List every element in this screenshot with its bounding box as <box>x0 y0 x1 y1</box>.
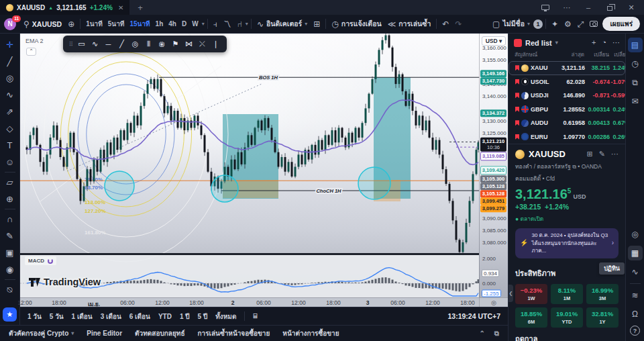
add-symbol-icon[interactable]: + <box>592 38 596 47</box>
undo-button[interactable]: ↶ <box>439 18 451 30</box>
flag-icon[interactable] <box>515 93 519 98</box>
fullscreen-button[interactable]: ⤢ <box>575 18 587 30</box>
chart-tab[interactable]: XAUUSD ▲ 3,121.165 +1.24% ✕ <box>0 0 129 15</box>
watchlist-row-USOIL[interactable]: USOIL62.028-0.674-1.07% <box>508 75 625 89</box>
watchlist-column-header[interactable]: เปลี่ยน <box>584 50 609 59</box>
footer-tab-1[interactable]: Pine Editor <box>87 330 122 337</box>
watchlist-header[interactable]: Red list ▾ + ◔ ⋯ <box>508 34 625 50</box>
watchlist-row-AUDU[interactable]: AUDU0.619580.004130.67% <box>508 116 625 130</box>
price-axis[interactable]: USD ▾ 3,160.0003,155.0003,145.0003,140.0… <box>479 34 508 297</box>
panel-collapse-handle[interactable]: ❮ <box>508 285 513 302</box>
tab-close-icon[interactable]: ✕ <box>118 4 123 11</box>
pattern-a-tool-icon[interactable]: ⋈ <box>182 40 195 48</box>
range-YTD[interactable]: YTD <box>158 313 172 320</box>
help-icon[interactable]: ? <box>630 326 640 336</box>
new-tab-button[interactable]: + <box>129 3 151 13</box>
forecast-tool-icon[interactable]: ⇗ <box>2 103 18 120</box>
settings-gear-button[interactable]: ⚙ <box>561 18 574 30</box>
timeframe-chevron-icon[interactable]: ▾ <box>202 21 205 27</box>
zoom-tool-icon[interactable]: ⊕ <box>2 191 18 207</box>
layout-button[interactable]: ▢ ไม่มีชื่อ ▾ <box>490 17 533 31</box>
grid-view-icon[interactable]: ⊞ <box>587 150 593 158</box>
wave-pattern-tool-icon[interactable]: ∿ <box>2 87 18 103</box>
pattern-b-tool-icon[interactable]: ⤬ <box>196 40 209 48</box>
watchlist-row-XAUU[interactable]: XAUU3,121.1638.2151.24% <box>508 61 625 75</box>
close-button[interactable]: ✕ <box>621 0 641 15</box>
chart-style-chevron-icon[interactable]: ▾ <box>246 21 248 27</box>
drag-handle-icon[interactable]: ⠿ <box>68 41 74 48</box>
external-link-icon[interactable]: ⧉ <box>572 164 576 170</box>
main-chart[interactable]: 78.60%88.70%113.00%127.20%161.80%BOS 1HC… <box>20 34 479 297</box>
fib-circles-tool-icon[interactable]: ◎ <box>2 70 18 87</box>
perf-tile-1W[interactable]: −0.23%1W <box>515 284 547 304</box>
flag-icon[interactable] <box>515 65 519 70</box>
indicators-button[interactable]: ∿ อินดิเคเตอร์ ▾ <box>254 17 310 31</box>
watchlist-menu-icon[interactable]: ⋯ <box>612 38 620 47</box>
flag-marker-tool-icon[interactable]: ⚑ <box>169 40 182 48</box>
watchlist-refresh-icon[interactable]: ◔ <box>602 38 606 47</box>
minimize-button[interactable]: – <box>578 0 598 15</box>
footer-tab-0[interactable]: ตัวคัดกรองคู่ Crypto▾ <box>9 328 74 338</box>
watchlist-row-GBPU[interactable]: GBPU1.285520.003140.24% <box>508 103 625 117</box>
compare-symbol-button[interactable]: ⊕ <box>65 18 77 30</box>
quick-search-button[interactable]: ✦ <box>549 18 561 30</box>
delete-drawings-trash-icon[interactable]: ⍉ <box>2 281 18 298</box>
macd-pane-label[interactable]: MACD <box>25 256 56 265</box>
symbol-menu-icon[interactable]: ⋯ <box>611 150 619 158</box>
replay-button[interactable]: ≪ การเล่นซ้ำ <box>385 17 434 31</box>
watchlist-row-USDJI[interactable]: USDJI146.890-0.871-0.59% <box>508 89 625 103</box>
chart-style-line-button[interactable]: 〽 <box>221 18 234 30</box>
watchlist-column-header[interactable]: เปลี่ยน <box>609 50 625 59</box>
perf-tile-1M[interactable]: 8.11%1M <box>551 284 583 304</box>
timeframe-4h[interactable]: 4h <box>166 19 179 29</box>
timeframe-1h[interactable]: 1h <box>153 19 166 29</box>
chat-icon[interactable]: ✉ <box>628 94 643 109</box>
crosshair-tool-icon[interactable]: ✛ <box>2 36 18 53</box>
timeframe-D[interactable]: D <box>179 19 189 29</box>
flag-icon[interactable] <box>515 120 519 126</box>
timeframe-W[interactable]: W <box>189 19 201 29</box>
range-5ปี[interactable]: 5 ปี <box>198 311 208 322</box>
publish-button[interactable]: เผยแพร่ <box>602 17 640 31</box>
vertical-line-tool-icon[interactable]: ❘ <box>209 40 222 48</box>
calendar-icon[interactable]: ▦ <box>628 246 643 260</box>
chart-style-bars-button[interactable]: ⑁ <box>235 18 245 30</box>
lock-tool-icon[interactable]: ▣ <box>2 244 18 261</box>
collapse-indicator-button[interactable]: ⌃ <box>26 48 36 56</box>
watchlist-column-header[interactable]: ล่าสุด <box>555 50 584 59</box>
alerts-button[interactable]: ◷ การแจ้งเตือน <box>329 17 384 31</box>
restore-button[interactable] <box>600 0 620 15</box>
perf-tile-1Y[interactable]: 32.81%1Y <box>586 307 619 328</box>
footer-tab-2[interactable]: ตัวทดสอบกลยุทธ์ <box>135 328 184 338</box>
text-tool-icon[interactable]: T <box>2 137 18 154</box>
go-to-date-icon[interactable]: ⌸ <box>253 312 257 320</box>
maximize-panel-icon[interactable]: ⧉ <box>494 330 499 338</box>
range-3เดือน[interactable]: 3 เดือน <box>101 311 121 322</box>
circle-tool-icon[interactable]: ◎ <box>129 40 142 48</box>
indicator-templates-button[interactable]: ⊞ <box>311 18 323 30</box>
redo-button[interactable]: ↷ <box>452 18 464 30</box>
ruler-tool-icon[interactable]: ▱ <box>2 174 18 191</box>
magnet-tool-icon[interactable]: ∩ <box>2 211 18 228</box>
polyline-tool-icon[interactable]: ∿ <box>89 40 101 48</box>
fib-spiral-tool-icon[interactable]: ֍ <box>156 40 168 48</box>
object-tree-icon[interactable]: ⧉ <box>628 75 643 90</box>
edit-note-icon[interactable]: ✎ <box>599 150 605 158</box>
emoji-tool-icon[interactable]: ☺ <box>2 154 18 170</box>
chart-style-candles-button[interactable]: ⫞ <box>211 18 220 30</box>
range-ทั้งหมด[interactable]: ทั้งหมด <box>215 311 236 322</box>
hide-drawings-eye-icon[interactable]: ◉ <box>2 261 18 278</box>
horizontal-line-tool-icon[interactable]: ─ <box>102 40 115 48</box>
footer-tab-4[interactable]: หน้าต่างการซื้อขาย <box>282 328 339 338</box>
flag-icon[interactable] <box>515 134 519 140</box>
multi-monitor-icon[interactable] <box>535 0 555 15</box>
fib-levels-tool-icon[interactable]: ⫴ <box>142 40 155 48</box>
range-5วัน[interactable]: 5 วัน <box>50 311 64 322</box>
streams-icon[interactable]: ≋ <box>628 288 643 303</box>
symbol-search[interactable]: ⚲ XAUUSD <box>21 18 64 30</box>
technicals-curve-icon[interactable]: ∿ <box>628 264 643 279</box>
perf-tile-3M[interactable]: 16.99%3M <box>586 284 619 304</box>
timeframe-15นาที[interactable]: 15นาที <box>127 17 152 30</box>
cloud-save-count-badge[interactable]: 1 <box>533 19 543 29</box>
hotlists-target-icon[interactable]: ◎ <box>628 227 643 242</box>
